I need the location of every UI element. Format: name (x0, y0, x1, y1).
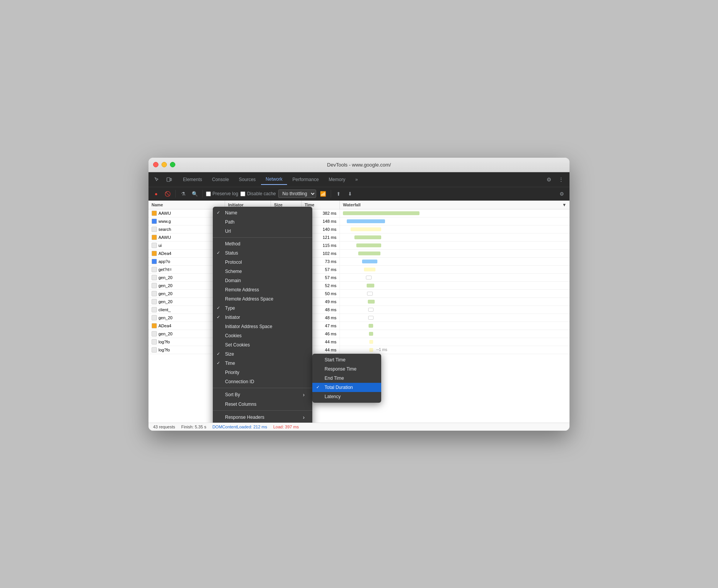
table-row[interactable]: AAWUADea4I7lfZ...2.7 kB121 ms (148, 234, 570, 242)
toolbar-divider-2 (202, 190, 203, 198)
disable-cache-checkbox[interactable] (240, 191, 245, 196)
more-options-icon[interactable]: ⋮ (556, 174, 566, 185)
menu-item-size[interactable]: Size (213, 350, 312, 359)
minimize-button[interactable] (162, 162, 167, 167)
cell-waterfall (340, 322, 570, 330)
cell-waterfall (340, 242, 570, 249)
menu-item-reset-columns[interactable]: Reset Columns (213, 400, 312, 409)
network-toolbar: ● 🚫 ⚗ 🔍 Preserve log Disable cache No th… (148, 187, 570, 201)
col-waterfall[interactable]: Waterfall ▼ (340, 201, 570, 209)
network-settings-icon[interactable]: ⚙ (557, 189, 566, 198)
submenu-item-total-duration[interactable]: Total Duration (312, 383, 381, 392)
menu-item-priority[interactable]: Priority (213, 368, 312, 377)
tab-performance[interactable]: Performance (288, 175, 323, 185)
row-type-icon (152, 307, 157, 312)
menu-item-domain[interactable]: Domain (213, 276, 312, 285)
waterfall-bar (367, 284, 374, 287)
menu-item-remote-address[interactable]: Remote Address (213, 285, 312, 294)
devtools-tabbar: Elements Console Sources Network Perform… (148, 172, 570, 187)
disable-cache-label[interactable]: Disable cache (240, 191, 276, 196)
menu-item-sort-by[interactable]: Sort By (213, 390, 312, 400)
tab-memory[interactable]: Memory (324, 175, 350, 185)
submenu-item-end-time[interactable]: End Time (312, 374, 381, 383)
menu-item-protocol[interactable]: Protocol (213, 258, 312, 267)
table-row[interactable]: log?fo70 B44 ms─1 ms (148, 346, 570, 354)
waterfall-bar (369, 332, 373, 336)
tab-network[interactable]: Network (261, 174, 287, 185)
submenu-item-latency[interactable]: Latency (312, 392, 381, 401)
table-row[interactable]: www.gOther44.3 kB148 ms (148, 217, 570, 225)
waterfall-bar (367, 292, 373, 296)
inspect-icon[interactable] (152, 174, 162, 185)
maximize-button[interactable] (170, 162, 175, 167)
menu-item-status[interactable]: Status (213, 248, 312, 258)
submenu-item-start-time[interactable]: Start Time (312, 355, 381, 364)
menu-item-url[interactable]: Url (213, 227, 312, 236)
preserve-log-label[interactable]: Preserve log (206, 191, 238, 196)
throttle-select[interactable]: No throttling (278, 189, 316, 198)
cell-waterfall (340, 298, 570, 305)
menu-item-set-cookies[interactable]: Set Cookies (213, 340, 312, 350)
table-row[interactable]: searchm=cdos,dp...21.0 kB140 ms (148, 225, 570, 234)
menu-item-cookies[interactable]: Cookies (213, 331, 312, 340)
submenu-item-response-time[interactable]: Response Time (312, 364, 381, 374)
record-button[interactable]: ● (152, 189, 161, 198)
waterfall-bar (358, 252, 380, 255)
menu-item-type[interactable]: Type (213, 304, 312, 313)
table-row[interactable]: gen_20(index):11615 B52 ms (148, 282, 570, 290)
menu-item-initiator-address-space[interactable]: Initiator Address Space (213, 322, 312, 331)
table-row[interactable]: gen_2014 B46 ms (148, 330, 570, 338)
cell-waterfall (340, 306, 570, 314)
devtools-window: DevTools - www.google.com/ Elements Cons… (148, 158, 570, 431)
toolbar-icons (152, 174, 175, 185)
menu-item-scheme[interactable]: Scheme (213, 267, 312, 276)
clear-button[interactable]: 🚫 (163, 189, 172, 198)
search-icon[interactable]: 🔍 (190, 189, 199, 198)
table-row[interactable]: get?rt=rs=AA2YrT...14.8 kB57 ms (148, 266, 570, 274)
cell-waterfall (340, 274, 570, 281)
table-row[interactable]: app?ors=AA2YrT...14.4 kB73 ms (148, 258, 570, 266)
cell-waterfall (340, 209, 570, 217)
table-row[interactable]: gen_20(index):11615 B49 ms (148, 298, 570, 306)
row-type-icon (152, 251, 157, 256)
table-row[interactable]: log?fo70 B44 ms (148, 338, 570, 346)
preserve-log-checkbox[interactable] (206, 191, 211, 196)
table-row[interactable]: gen_20m=cdos,dp...14 B57 ms (148, 274, 570, 282)
table-row[interactable]: client_(index):318 B48 ms (148, 306, 570, 314)
waterfall-bar (364, 268, 375, 271)
menu-item-waterfall[interactable]: Waterfall (213, 422, 312, 423)
titlebar: DevTools - www.google.com/ (148, 158, 570, 172)
menu-item-time[interactable]: Time (213, 359, 312, 368)
table-row[interactable]: gen_20(index):1214 B50 ms (148, 290, 570, 298)
tab-more[interactable]: » (351, 175, 362, 185)
table-row[interactable]: gen_20(index):21514 B48 ms (148, 314, 570, 322)
table-row[interactable]: uim=DhPYm...0 B115 ms (148, 242, 570, 250)
tab-elements[interactable]: Elements (178, 175, 207, 185)
waterfall-dropdown-icon[interactable]: ▼ (562, 203, 566, 207)
menu-item-method[interactable]: Method (213, 239, 312, 248)
settings-icon[interactable]: ⚙ (543, 174, 554, 185)
filter-icon[interactable]: ⚗ (179, 189, 188, 198)
menu-item-name[interactable]: Name (213, 208, 312, 217)
cell-waterfall (340, 225, 570, 233)
import-icon[interactable]: ⬆ (334, 189, 343, 198)
menu-item-remote-address-space[interactable]: Remote Address Space (213, 294, 312, 304)
traffic-lights (153, 162, 175, 167)
export-icon[interactable]: ⬇ (346, 189, 355, 198)
tab-sources[interactable]: Sources (234, 175, 260, 185)
menu-item-response-headers[interactable]: Response Headers (213, 412, 312, 422)
device-icon[interactable] (164, 174, 175, 185)
context-menu: NamePathUrlMethodStatusProtocolSchemeDom… (213, 207, 312, 423)
submenu-arrow-icon (303, 414, 305, 420)
close-button[interactable] (153, 162, 158, 167)
table-row[interactable]: ADea4(index)22 B102 ms (148, 250, 570, 258)
menu-item-initiator[interactable]: Initiator (213, 313, 312, 322)
menu-item-path[interactable]: Path (213, 217, 312, 227)
table-row[interactable]: AAWUADea4I7lfZ...15.3 kB382 ms (148, 209, 570, 217)
menu-item-connection-id[interactable]: Connection ID (213, 377, 312, 386)
menu-separator (213, 237, 312, 238)
table-row[interactable]: ADea4app?origin...22 B47 ms (148, 322, 570, 330)
row-type-icon (152, 291, 157, 296)
wifi-icon[interactable]: 📶 (318, 189, 328, 198)
tab-console[interactable]: Console (207, 175, 233, 185)
